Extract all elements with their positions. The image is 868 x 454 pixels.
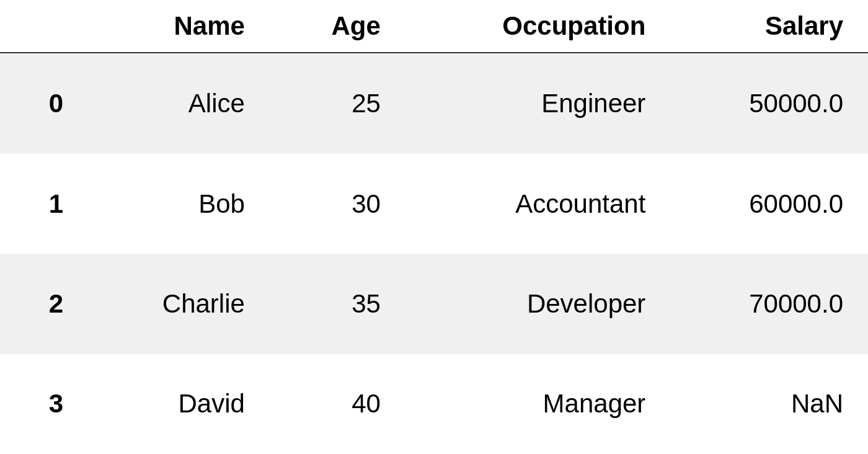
cell-age: 30 xyxy=(270,154,405,254)
cell-salary: NaN xyxy=(670,354,868,454)
table-row: 1Bob30Accountant60000.0 xyxy=(0,154,868,254)
col-header-index xyxy=(0,0,88,53)
col-header-occupation: Occupation xyxy=(405,0,670,53)
table-row: 0Alice25Engineer50000.0 xyxy=(0,53,868,154)
cell-age: 35 xyxy=(270,254,405,354)
cell-index: 3 xyxy=(0,354,88,454)
col-header-salary: Salary xyxy=(670,0,868,53)
cell-salary: 60000.0 xyxy=(670,154,868,254)
cell-occupation: Developer xyxy=(405,254,670,354)
cell-name: David xyxy=(88,354,270,454)
cell-salary: 70000.0 xyxy=(670,254,868,354)
col-header-age: Age xyxy=(270,0,405,53)
table-row: 3David40ManagerNaN xyxy=(0,354,868,454)
cell-name: Alice xyxy=(88,53,270,154)
table-row: 2Charlie35Developer70000.0 xyxy=(0,254,868,354)
col-header-name: Name xyxy=(88,0,270,53)
data-table-container: Name Age Occupation Salary 0Alice25Engin… xyxy=(0,0,868,454)
cell-occupation: Engineer xyxy=(405,53,670,154)
cell-index: 2 xyxy=(0,254,88,354)
cell-occupation: Manager xyxy=(405,354,670,454)
cell-age: 40 xyxy=(270,354,405,454)
cell-index: 0 xyxy=(0,53,88,154)
cell-occupation: Accountant xyxy=(405,154,670,254)
data-table: Name Age Occupation Salary 0Alice25Engin… xyxy=(0,0,868,454)
cell-name: Bob xyxy=(88,154,270,254)
cell-name: Charlie xyxy=(88,254,270,354)
cell-salary: 50000.0 xyxy=(670,53,868,154)
table-header-row: Name Age Occupation Salary xyxy=(0,0,868,53)
cell-index: 1 xyxy=(0,154,88,254)
cell-age: 25 xyxy=(270,53,405,154)
